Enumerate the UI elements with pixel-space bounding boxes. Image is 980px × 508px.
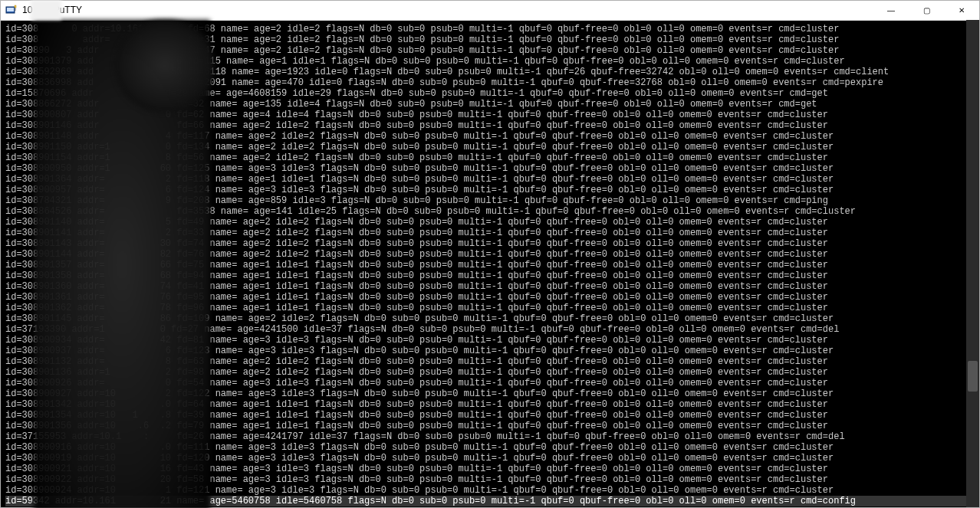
- terminal-line: id=308901357 addr= 66 fd=75 name= age=1 …: [5, 260, 975, 270]
- terminal-line: id=30890 3 addr fd=47 name= age=2 idle=2…: [5, 45, 975, 56]
- terminal-line: id=308901148 addr 4 fd=117 name= age=2 i…: [5, 131, 975, 142]
- terminal-line: id=308901140 addr= 5 fd=49 name= age=2 i…: [5, 217, 975, 228]
- terminal-line: id=15870696 addr fd=29 name= age=4608159…: [5, 88, 975, 99]
- terminal-line: id=308901146 addr fd=66 name= age=2 idle…: [5, 120, 975, 131]
- terminal-line: id=308864526 addr= fd=3538 name= age=141…: [5, 206, 975, 217]
- minimize-button[interactable]: —: [873, 1, 909, 20]
- terminal-line: id=308900937 addr= 6 fd=123 name= age=3 …: [5, 346, 975, 356]
- terminal-line: id=308900934 addr= 42 fd=81 name= age=3 …: [5, 335, 975, 346]
- close-button[interactable]: ✕: [944, 1, 979, 20]
- window-controls: — ▢ ✕: [873, 1, 979, 20]
- terminal-line: id=59342 addr=10.161 21 name= age=546075…: [5, 496, 975, 506]
- maximize-button[interactable]: ▢: [909, 1, 944, 20]
- terminal-line: id=308 0 addr=10.161 fd=68 name= age=2 i…: [5, 24, 975, 34]
- terminal-line: id=308900957 addr= 6 fd=124 name= age=3 …: [5, 185, 975, 195]
- titlebar[interactable]: 10 11 - PuTTY — ▢ ✕: [1, 1, 979, 21]
- putty-window: 10 11 - PuTTY — ▢ ✕ id=308 0 addr=10.161…: [0, 0, 980, 508]
- terminal-line: id=308900924 addr=10 1 fd=121 name= age=…: [5, 485, 975, 496]
- terminal-line: id=308901132 addr= 8 fd=63 name= age=2 i…: [5, 356, 975, 367]
- terminal-output[interactable]: id=308 0 addr=10.161 fd=68 name= age=2 i…: [1, 21, 979, 507]
- terminal-line: id=37155953 addr=10.1 : fd=26 name= age=…: [5, 431, 975, 442]
- terminal-line: id=308900950 addr=1 60 fd=125 name= age=…: [5, 163, 975, 174]
- terminal-line: id=308901144 addr= 82 fd=76 name= age=2 …: [5, 249, 975, 260]
- terminal-line: id=308901143 addr= 30 fd=74 name= age=2 …: [5, 238, 975, 249]
- terminal-line: id=308900919 addr=10 10 fd=120 name= age…: [5, 453, 975, 464]
- terminal-line: id=308901360 addr= 74 fd=41 name= age=1 …: [5, 281, 975, 292]
- terminal-line: id=308900807 addr 0 fd=62 name= age=4 id…: [5, 110, 975, 120]
- terminal-line: id=308900922 addr=10 20 fd=58 name= age=…: [5, 474, 975, 485]
- window-title: 10 11 - PuTTY: [22, 5, 82, 15]
- terminal-line: id=308901356 addr=10 .6 .2 fd=79 name= a…: [5, 421, 975, 431]
- terminal-line: id=308901145 addr= 86 fd=109 name= age=2…: [5, 313, 975, 324]
- terminal-line: id=308901342 addr=10 .0 fd=64 name= age=…: [5, 399, 975, 410]
- scroll-thumb[interactable]: [968, 361, 978, 392]
- terminal-line: id=308900921 addr=10 16 fd=43 name= age=…: [5, 464, 975, 474]
- terminal-line: id=308900927 addr=10 2 fd=122 name= age=…: [5, 388, 975, 399]
- terminal-line: id=308901154 addr=1 8 fd=56 name= age=2 …: [5, 152, 975, 163]
- terminal-line: id=308901364 addr= 2 fd=118 name= age=1 …: [5, 174, 975, 185]
- terminal-line: id=308901150 addr=1 0 fd=134 name= age=2…: [5, 142, 975, 152]
- terminal-line: id=308901136 addr=1 2 fd=98 name= age=2 …: [5, 367, 975, 378]
- putty-icon: [5, 4, 18, 16]
- terminal-line: id=37193390 addr=1 0 fd=27 name= age=424…: [5, 324, 975, 335]
- terminal-line: id=308836998 add 4 fd=2091 name= age=470…: [5, 77, 975, 88]
- svg-rect-1: [7, 8, 14, 11]
- terminal-line: id=308901141 addr= 2 fd=33 name= age=2 i…: [5, 228, 975, 238]
- terminal-line: id=308592969 add 53 fd=6118 name= age=19…: [5, 67, 975, 77]
- terminal-line: id=308 addr= 1 fd=31 name= age=2 idle=2 …: [5, 34, 975, 45]
- terminal-line: id=308901358 addr= 68 fd=94 name= age=1 …: [5, 270, 975, 281]
- terminal-line: id=308901362 addr= 78 fd=96 name= age=1 …: [5, 303, 975, 313]
- terminal-line: id=308866272 addr fd=32 name= age=135 id…: [5, 99, 975, 110]
- vertical-scrollbar[interactable]: [966, 20, 979, 507]
- terminal-line: id=308901379 add 6 fd=115 name= age=1 id…: [5, 56, 975, 67]
- terminal-line: id=308784321 addr= 9 fd=208 name= age=85…: [5, 195, 975, 206]
- terminal-line: id=308900916 addr=10 .0 fd=111 name= age…: [5, 442, 975, 453]
- svg-rect-2: [15, 5, 16, 8]
- terminal-line: id=308900926 addr= 0 fd=54 name= age=3 i…: [5, 378, 975, 388]
- terminal-line: id=308901361 addr= 76 fd=95 name= age=1 …: [5, 292, 975, 303]
- terminal-line: id=308901354 addr=10 1 .8 fd=39 name= ag…: [5, 410, 975, 421]
- svg-rect-3: [15, 8, 15, 11]
